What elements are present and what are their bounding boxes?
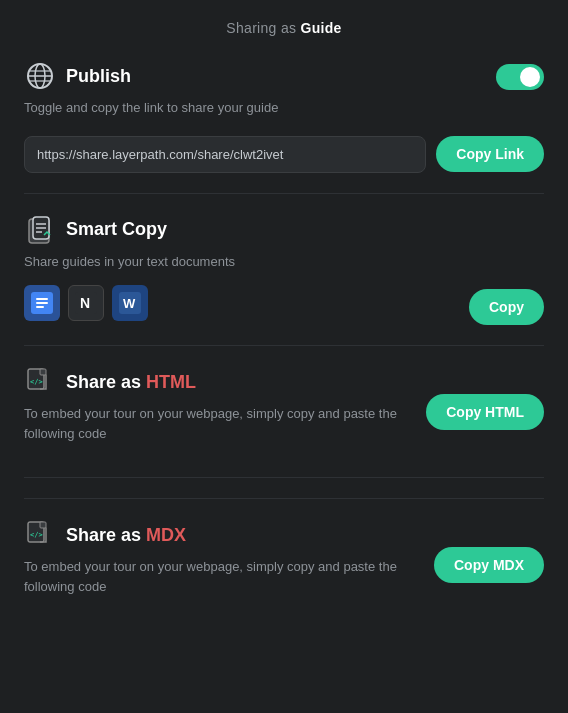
smart-copy-title: Smart Copy	[66, 219, 167, 240]
html-title: Share as HTML	[66, 372, 196, 393]
mdx-title: Share as MDX	[66, 525, 186, 546]
divider-2	[24, 498, 544, 499]
svg-text:W: W	[123, 296, 136, 311]
divider-1	[24, 193, 544, 194]
sharing-header: Sharing as Guide	[24, 20, 544, 36]
copy-html-button[interactable]: Copy HTML	[426, 394, 544, 430]
svg-rect-13	[36, 306, 44, 308]
header-prefix: Sharing as	[226, 20, 296, 36]
notion-icon: N	[68, 285, 104, 321]
publish-description: Toggle and copy the link to share your g…	[24, 98, 278, 118]
publish-toggle[interactable]	[496, 64, 544, 90]
publish-section: Publish Toggle and copy the link to shar…	[24, 60, 544, 173]
svg-text:N: N	[80, 295, 90, 311]
publish-icon	[24, 60, 56, 92]
header-title: Guide	[300, 20, 341, 36]
share-html-section: </> Share as HTML To embed your tour on …	[24, 366, 544, 478]
copy-link-button[interactable]: Copy Link	[436, 136, 544, 172]
svg-rect-19	[40, 369, 46, 375]
publish-title: Publish	[66, 66, 131, 87]
smart-copy-button[interactable]: Copy	[469, 289, 544, 325]
google-docs-icon	[24, 285, 60, 321]
toggle-track	[496, 64, 544, 90]
svg-rect-22	[40, 522, 46, 528]
smart-copy-section: Smart Copy Share guides in your text doc…	[24, 214, 544, 347]
publish-link-row: Copy Link	[24, 136, 544, 173]
svg-rect-12	[36, 302, 48, 304]
svg-rect-11	[36, 298, 48, 300]
copy-mdx-button[interactable]: Copy MDX	[434, 547, 544, 583]
mdx-description: To embed your tour on your webpage, simp…	[24, 557, 422, 596]
smart-copy-icon	[24, 214, 56, 246]
toggle-thumb	[520, 67, 540, 87]
share-link-input[interactable]	[24, 136, 426, 173]
html-icon: </>	[24, 366, 56, 398]
svg-text:</>: </>	[30, 531, 43, 539]
mdx-icon: </>	[24, 519, 56, 551]
app-icons-row: N W	[24, 285, 469, 321]
smart-copy-description: Share guides in your text documents	[24, 252, 469, 272]
svg-text:</>: </>	[30, 378, 43, 386]
word-icon: W	[112, 285, 148, 321]
share-mdx-section: </> Share as MDX To embed your tour on y…	[24, 519, 544, 610]
html-description: To embed your tour on your webpage, simp…	[24, 404, 414, 443]
